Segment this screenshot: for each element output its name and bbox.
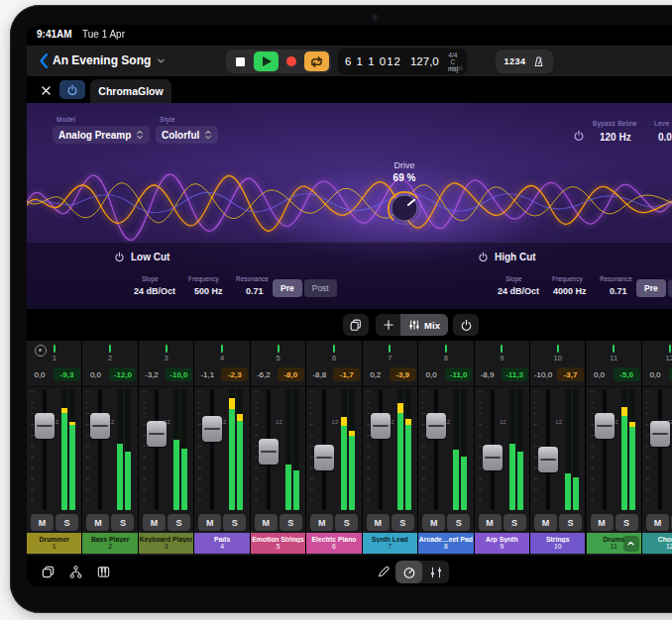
solo-button[interactable]: S — [559, 514, 582, 531]
high-cut-slope-value[interactable]: 24 dB/Oct — [498, 286, 539, 296]
add-channel-button[interactable] — [376, 314, 400, 336]
fader-cap[interactable] — [202, 416, 222, 442]
low-cut-post-button[interactable]: Post — [304, 279, 337, 297]
faders-view-button[interactable] — [422, 561, 449, 583]
fader-cap[interactable] — [595, 413, 615, 439]
fader-cap[interactable] — [650, 421, 670, 447]
fader-track[interactable] — [434, 389, 438, 510]
bypass-power-icon[interactable] — [573, 130, 585, 142]
drive-knob[interactable] — [383, 186, 426, 230]
mixer-power-button[interactable] — [453, 314, 479, 336]
mix-button[interactable]: Mix — [400, 314, 448, 336]
pan-indicator[interactable] — [109, 345, 111, 353]
pan-indicator[interactable] — [389, 345, 391, 353]
mute-button[interactable]: M — [422, 514, 445, 531]
pan-indicator[interactable] — [613, 345, 615, 353]
mute-button[interactable]: M — [86, 514, 109, 531]
fader-cap[interactable] — [90, 413, 110, 439]
track-label[interactable]: Keyboard Player 3 — [139, 533, 193, 554]
channel-strip[interactable]: 1 0,0 -9,3 12 M S Drummer 1 — [27, 341, 82, 555]
record-button[interactable] — [280, 52, 304, 71]
mute-button[interactable]: M — [646, 514, 669, 531]
channel-strip[interactable]: 12 0,0 -6,0 12 M S Chorus 12 — [642, 341, 672, 555]
mute-button[interactable]: M — [31, 514, 54, 531]
solo-button[interactable]: S — [392, 514, 414, 531]
mute-button[interactable]: M — [198, 514, 221, 531]
bypass-below-value[interactable]: 120 Hz — [600, 132, 631, 143]
fader-track[interactable] — [43, 389, 47, 510]
channel-strip[interactable]: 2 0,0 -12,0 12 M S Bass Player 2 — [82, 341, 138, 555]
track-label[interactable]: Strings 10 — [530, 533, 585, 554]
solo-button[interactable]: S — [447, 514, 470, 531]
pan-indicator[interactable] — [221, 345, 223, 353]
style-selector[interactable]: Colorful — [156, 126, 218, 144]
track-label[interactable]: Electric Piano 6 — [306, 533, 361, 554]
fader-cap[interactable] — [483, 445, 503, 470]
high-cut-power-icon[interactable] — [478, 252, 489, 262]
track-label[interactable]: Arp Synth 9 — [475, 533, 529, 554]
solo-button[interactable]: S — [280, 514, 302, 531]
low-cut-frequency-value[interactable]: 500 Hz — [194, 286, 223, 296]
pan-indicator[interactable] — [278, 345, 280, 353]
browser-button[interactable] — [36, 562, 59, 581]
channel-strip[interactable]: 3 -3,2 -10,0 12 M S Keyboard Player 3 — [139, 341, 194, 555]
high-cut-frequency-value[interactable]: 4000 Hz — [553, 286, 587, 296]
pan-indicator[interactable] — [333, 345, 335, 353]
track-label[interactable]: Chorus 12 — [642, 533, 672, 554]
channel-strip[interactable]: 9 -8,9 -11,3 12 M S Arp Synth 9 — [475, 341, 530, 555]
mute-button[interactable]: M — [479, 514, 502, 531]
low-cut-resonance-value[interactable]: 0.71 — [246, 286, 264, 296]
fader-cap[interactable] — [314, 445, 334, 470]
solo-button[interactable]: S — [504, 514, 526, 531]
channel-strip[interactable]: 4 -1,1 -2,3 12 M S Pads 4 — [194, 341, 250, 555]
track-label[interactable]: Synth Lead 7 — [363, 533, 417, 554]
track-label[interactable]: Drummer 1 — [27, 533, 81, 554]
solo-button[interactable]: S — [111, 514, 134, 531]
track-label[interactable]: Pads 4 — [194, 533, 249, 554]
low-cut-slope-value[interactable]: 24 dB/Oct — [134, 286, 175, 296]
pan-indicator[interactable] — [166, 345, 168, 353]
lcd-display[interactable]: 6 1 1 012 127,0 4/4 C maj MIDI — [338, 49, 467, 74]
fader-cap[interactable] — [259, 439, 279, 465]
fader-track[interactable] — [658, 389, 662, 510]
low-cut-power-icon[interactable] — [114, 252, 125, 262]
mute-button[interactable]: M — [591, 514, 614, 531]
solo-button[interactable]: S — [223, 514, 246, 531]
high-cut-pre-button[interactable]: Pre — [636, 279, 666, 297]
high-cut-resonance-value[interactable]: 0.71 — [610, 286, 627, 296]
mute-button[interactable]: M — [310, 514, 333, 531]
pan-indicator[interactable] — [445, 345, 447, 353]
track-label[interactable]: Emotion Strings 5 — [251, 533, 305, 554]
song-title-button[interactable]: An Evening Song — [53, 53, 167, 67]
close-plugin-button[interactable] — [38, 82, 54, 98]
channel-strip[interactable]: 11 0,0 -5,0 12 M S Drums 11 — [587, 341, 642, 555]
duplicate-button[interactable] — [343, 314, 369, 336]
keyboard-button[interactable] — [91, 562, 115, 581]
mute-button[interactable]: M — [367, 514, 390, 531]
fader-cap[interactable] — [426, 413, 446, 439]
level-value[interactable]: 0.0 — [658, 132, 672, 143]
collapse-track-stack-button[interactable] — [623, 536, 639, 552]
play-button[interactable] — [254, 52, 279, 71]
cycle-button[interactable] — [304, 52, 329, 71]
mute-button[interactable]: M — [534, 514, 557, 531]
pan-indicator[interactable] — [669, 345, 671, 353]
low-cut-pre-button[interactable]: Pre — [273, 279, 302, 297]
fader-cap[interactable] — [147, 421, 167, 447]
solo-button[interactable]: S — [335, 514, 358, 531]
knobs-view-button[interactable] — [395, 561, 422, 583]
fader-track[interactable] — [155, 389, 159, 510]
mute-button[interactable]: M — [143, 514, 166, 531]
pan-indicator[interactable] — [501, 345, 503, 353]
count-in-button[interactable]: 1234 — [504, 56, 525, 66]
stop-button[interactable] — [229, 52, 254, 71]
track-label[interactable]: Drums 11 — [587, 533, 641, 554]
model-selector[interactable]: Analog Preamp — [53, 126, 150, 144]
plugin-tab[interactable]: ChromaGlow — [90, 79, 171, 103]
channel-strip[interactable]: 6 -8,8 -1,7 12 M S Electric Piano 6 — [306, 341, 362, 555]
fader-cap[interactable] — [371, 413, 391, 439]
pan-indicator[interactable] — [54, 345, 56, 353]
metronome-icon[interactable] — [532, 55, 545, 68]
track-label[interactable]: Arcade…eet Pad 8 — [418, 533, 473, 554]
channel-strip[interactable]: 10 -10,0 -3,7 12 M S Strings 10 — [530, 341, 586, 555]
